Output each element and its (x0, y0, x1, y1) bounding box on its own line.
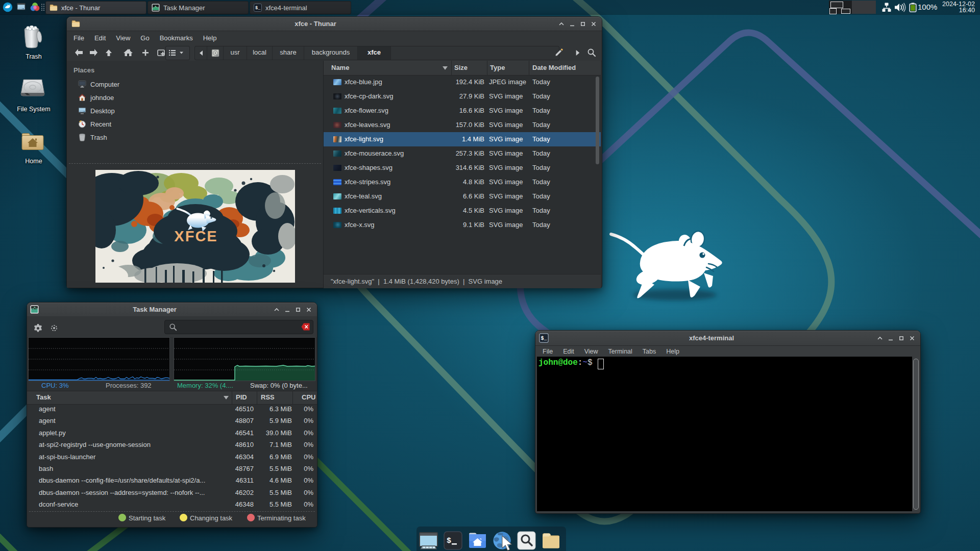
svg-text:$_: $_ (255, 6, 261, 11)
svg-text:$: $ (447, 537, 451, 545)
svg-text:XFCE: XFCE (174, 228, 217, 244)
svg-text:$_: $_ (541, 336, 548, 341)
